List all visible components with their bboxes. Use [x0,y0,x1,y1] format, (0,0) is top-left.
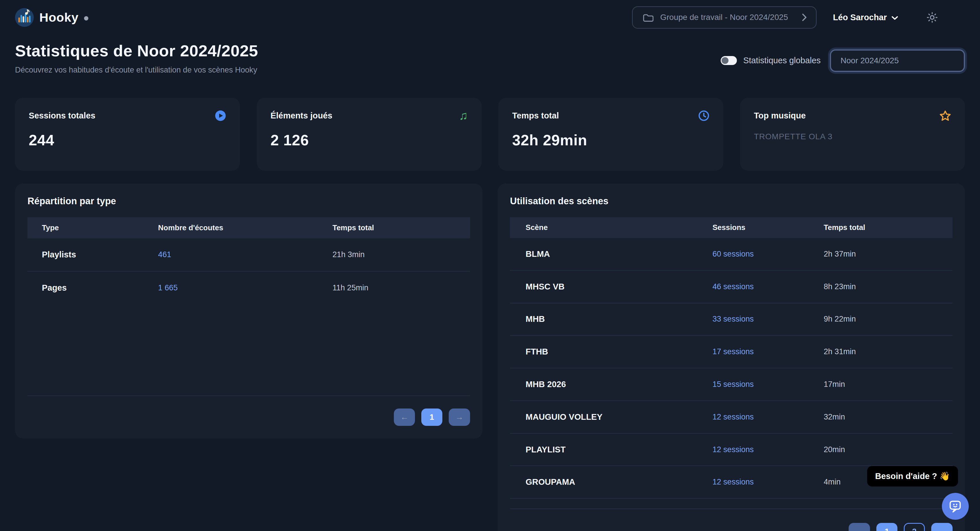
pagination-page-button[interactable]: 1 [421,408,443,426]
divider [27,395,470,396]
scope-select[interactable]: Noor 2024/2025 [830,49,965,72]
scene-name: MHB 2026 [510,380,712,389]
table-row: Pages 1 665 11h 25min [27,271,470,304]
table-row: MHSC VB 46 sessions 8h 23min [510,271,953,303]
table-row: PLAYLIST 12 sessions 20min [510,434,953,466]
type-breakdown-panel: Répartition par type Type Nombre d'écout… [15,183,482,439]
time-value: 20min [824,445,953,454]
type-name: Playlists [27,250,158,260]
sessions-link[interactable]: 12 sessions [713,413,824,421]
column-header: Temps total [824,223,953,232]
table-row: MAUGUIO VOLLEY 12 sessions 32min [510,401,953,434]
topbar: Hooky Groupe de travail - Noor 2024/2025… [0,0,980,31]
column-header: Temps total [332,223,470,232]
sessions-link[interactable]: 46 sessions [713,282,824,291]
workspace-switcher-button[interactable]: Groupe de travail - Noor 2024/2025 [632,6,816,29]
panel-title: Répartition par type [27,196,470,207]
user-menu-button[interactable]: Léo Sarochar [833,13,898,22]
count-link[interactable]: 461 [158,250,332,259]
stat-value: 32h 29min [512,131,710,149]
global-stats-toggle[interactable] [721,56,737,65]
time-value: 11h 25min [332,284,470,292]
workspace-label: Groupe de travail - Noor 2024/2025 [660,13,788,22]
time-value: 2h 37min [824,250,953,258]
time-value: 9h 22min [824,315,953,324]
user-name: Léo Sarochar [833,13,887,22]
stat-label: Temps total [512,111,559,120]
table-header: Type Nombre d'écoutes Temps total [27,217,470,239]
main-panels: Répartition par type Type Nombre d'écout… [0,183,980,531]
empty-table-row [510,499,953,509]
chat-smiley-icon [948,499,963,513]
scene-name: FTHB [510,347,712,357]
pagination: ← 1 → [27,408,470,426]
table-row: FTHB 17 sessions 2h 31min [510,336,953,368]
time-value: 32min [824,413,953,421]
theme-toggle-button[interactable] [927,12,937,23]
column-header: Scène [510,223,712,232]
stat-label: Top musique [754,111,806,120]
sessions-link[interactable]: 15 sessions [713,380,824,389]
stat-card-top-music: Top musique TROMPETTE OLA 3 [740,98,965,171]
chevron-down-icon [891,16,898,20]
toggle-knob [722,57,729,64]
music-notes-icon: ♫ [459,110,468,121]
pagination-next-button[interactable]: → [931,523,953,531]
sessions-link[interactable]: 33 sessions [713,315,824,324]
global-stats-toggle-label: Statistiques globales [743,56,821,65]
stat-card-sessions: Sessions totales 244 [15,98,240,171]
scope-select-value: Noor 2024/2025 [840,56,899,65]
page-head: Statistiques de Noor 2024/2025 Découvrez… [0,31,980,75]
table-header: Scène Sessions Temps total [510,217,953,238]
scene-name: PLAYLIST [510,445,712,454]
scene-name: MAUGUIO VOLLEY [510,412,712,422]
column-header: Sessions [713,223,824,232]
time-value: 17min [824,380,953,389]
pagination: ← 1 2 → [510,523,953,531]
stat-value: 244 [29,131,226,149]
stat-card-elements: Éléments joués ♫ 2 126 [257,98,482,171]
column-header: Nombre d'écoutes [158,223,332,232]
chevron-right-icon [802,13,807,21]
sessions-link[interactable]: 60 sessions [713,250,824,258]
stat-label: Sessions totales [29,111,95,120]
page-head-controls: Statistiques globales Noor 2024/2025 [721,49,965,72]
pagination-next-button[interactable]: → [449,408,470,426]
sessions-link[interactable]: 12 sessions [713,445,824,454]
page-head-text: Statistiques de Noor 2024/2025 Découvrez… [15,41,258,75]
page-subtitle: Découvrez vos habitudes d'écoute et l'ut… [15,65,258,75]
star-icon [939,110,951,122]
time-value: 2h 31min [824,347,953,356]
app-root: Hooky Groupe de travail - Noor 2024/2025… [0,0,980,531]
table-row: MHB 33 sessions 9h 22min [510,303,953,336]
column-header: Type [27,223,158,232]
type-name: Pages [27,283,158,293]
panel-title: Utilisation des scènes [510,196,953,207]
pagination-page-button[interactable]: 1 [877,523,898,531]
panel-spacer [27,304,470,395]
pagination-prev-button[interactable]: ← [849,523,870,531]
page-title: Statistiques de Noor 2024/2025 [15,41,258,60]
scene-name: MHB [510,314,712,324]
sessions-link[interactable]: 12 sessions [713,478,824,486]
time-value: 8h 23min [824,282,953,291]
stat-value: TROMPETTE OLA 3 [754,132,951,141]
hooky-logo-icon [15,8,34,27]
table-row: Playlists 461 21h 3min [27,238,470,271]
scene-name: GROUPAMA [510,477,712,487]
sessions-link[interactable]: 17 sessions [713,347,824,356]
topbar-right: Groupe de travail - Noor 2024/2025 Léo S… [632,6,965,29]
sun-icon [927,12,937,23]
pagination-prev-button[interactable]: ← [394,408,415,426]
stat-cards: Sessions totales 244 Éléments joués ♫ 2 … [0,98,980,171]
chat-launcher-button[interactable] [942,493,969,520]
brand-name: Hooky [39,10,78,25]
play-circle-icon [215,110,226,121]
brand: Hooky [15,8,89,27]
status-dot [84,16,88,21]
pagination-page-button[interactable]: 2 [904,523,925,531]
count-link[interactable]: 1 665 [158,284,332,292]
stat-label: Éléments joués [270,111,332,120]
stat-value: 2 126 [270,131,468,149]
stat-card-time: Temps total 32h 29min [498,98,723,171]
